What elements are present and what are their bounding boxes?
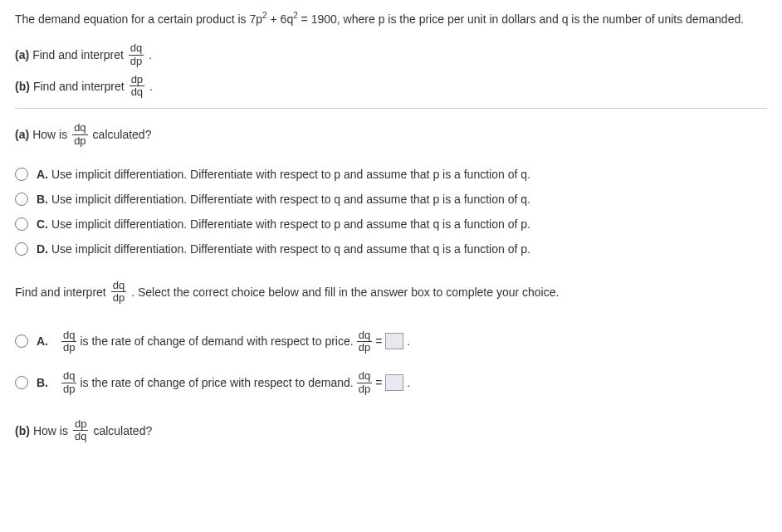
choice-a-D[interactable]: D.Use implicit differentiation. Differen… xyxy=(15,237,767,261)
q-b-label: (b) xyxy=(15,424,30,437)
radio-a-D[interactable] xyxy=(15,242,28,256)
choice-a-B[interactable]: B.Use implicit differentiation. Differen… xyxy=(15,187,767,212)
question-a: (a) How is dq dp calculated? xyxy=(15,122,767,147)
q-a-label: (a) xyxy=(15,128,29,141)
part-a-label: (a) xyxy=(15,48,29,61)
answer-box-B[interactable] xyxy=(385,374,403,391)
q-b-fraction: dp dq xyxy=(73,418,88,443)
interpret-prompt: Find and interpret dq dp . Select the co… xyxy=(15,280,767,305)
part-a-fraction: dq dp xyxy=(129,42,144,67)
intro-text: The demand equation for a certain produc… xyxy=(15,10,767,27)
main-content[interactable]: The demand equation for a certain produc… xyxy=(0,0,782,532)
question-b: (b) How is dp dq calculated? xyxy=(15,418,767,443)
part-b-fraction: dp dq xyxy=(130,74,144,99)
int-A-frac2: dq dp xyxy=(357,329,372,354)
part-b-line: (b) Find and interpret dp dq . xyxy=(15,74,767,99)
choice-a-C[interactable]: C.Use implicit differentiation. Differen… xyxy=(15,212,767,237)
answer-box-A[interactable] xyxy=(385,333,403,349)
int-B-frac2: dq dp xyxy=(357,370,372,395)
interpret-choice-A[interactable]: A. dq dp is the rate of change of demand… xyxy=(15,321,767,363)
int-B-frac1: dq dp xyxy=(61,370,76,395)
choice-a-A[interactable]: A.Use implicit differentiation. Differen… xyxy=(15,162,767,187)
int-A-frac1: dq dp xyxy=(61,329,76,354)
radio-a-C[interactable] xyxy=(15,217,28,231)
radio-int-A[interactable] xyxy=(15,334,28,348)
radio-int-B[interactable] xyxy=(15,376,28,389)
interpret-choice-B[interactable]: B. dq dp is the rate of change of price … xyxy=(15,362,767,403)
interpret-choices-group: A. dq dp is the rate of change of demand… xyxy=(15,321,767,403)
interpret-fraction: dq dp xyxy=(111,280,126,305)
radio-a-B[interactable] xyxy=(15,193,28,206)
part-a-line: (a) Find and interpret dq dp . xyxy=(15,42,767,67)
divider xyxy=(15,108,767,109)
part-b-label: (b) xyxy=(15,80,30,93)
part-b-text: Find and interpret xyxy=(33,80,125,93)
part-a-text: Find and interpret xyxy=(32,48,124,61)
radio-a-A[interactable] xyxy=(15,168,28,181)
q-a-fraction: dq dp xyxy=(72,122,87,147)
choices-a-group: A.Use implicit differentiation. Differen… xyxy=(15,162,767,261)
